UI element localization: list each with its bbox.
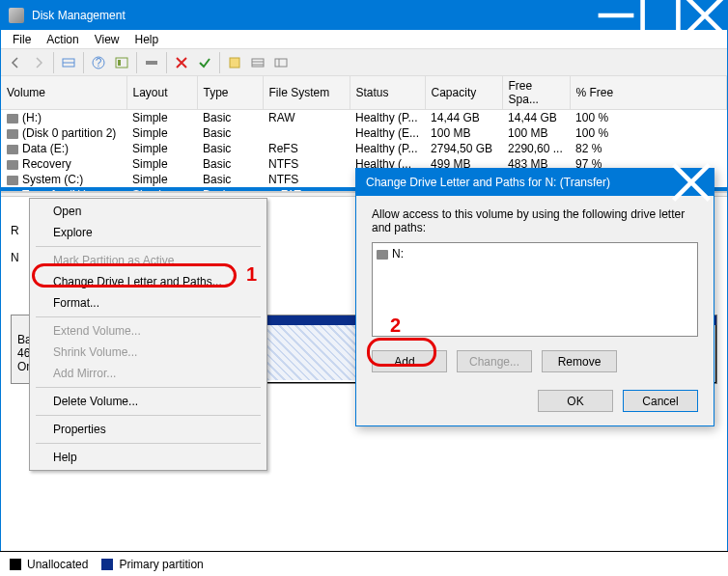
svg-rect-15 (275, 59, 287, 67)
drive-icon (7, 176, 18, 185)
cm-properties[interactable]: Properties (32, 419, 265, 440)
dialog-title: Change Drive Letter and Paths for N: (Tr… (356, 176, 669, 189)
help-icon[interactable]: ? (88, 52, 109, 73)
change-letter-dialog: Change Drive Letter and Paths for N: (Tr… (355, 168, 714, 426)
dialog-instruction: Allow access to this volume by using the… (372, 207, 698, 234)
new-icon[interactable] (224, 52, 245, 73)
cm-shrink: Shrink Volume... (32, 342, 265, 363)
table-row[interactable]: (Disk 0 partition 2)SimpleBasicHealthy (… (1, 125, 727, 141)
add-button[interactable]: Add... (372, 350, 447, 372)
col-volume[interactable]: Volume (1, 76, 126, 110)
svg-rect-11 (230, 58, 239, 68)
minimize-button[interactable] (594, 1, 638, 30)
menu-file[interactable]: File (5, 31, 39, 48)
window-title: Disk Management (32, 9, 594, 22)
forward-button[interactable] (28, 52, 49, 73)
obscured-row-r: R (11, 224, 19, 237)
menu-view[interactable]: View (87, 31, 127, 48)
toolbar: ? (1, 49, 727, 76)
svg-rect-9 (118, 60, 121, 66)
table-row[interactable]: (H:)SimpleBasicRAWHealthy (P...14,44 GB1… (1, 110, 727, 126)
properties-icon[interactable] (58, 52, 79, 73)
table-row[interactable]: Data (E:)SimpleBasicReFSHealthy (P...279… (1, 141, 727, 156)
col-fs[interactable]: File System (263, 76, 350, 110)
annotation-number-2: 2 (390, 315, 401, 337)
close-button[interactable] (683, 1, 727, 30)
cm-format[interactable]: Format... (32, 292, 265, 314)
cm-change-letter[interactable]: Change Drive Letter and Paths... (32, 271, 265, 292)
col-pct[interactable]: % Free (570, 76, 726, 110)
annotation-number-1: 1 (246, 263, 257, 286)
drive-icon (7, 145, 18, 154)
refresh-icon[interactable] (141, 52, 162, 73)
change-button: Change... (457, 350, 532, 372)
app-icon (9, 8, 24, 23)
drive-icon (377, 250, 388, 260)
svg-rect-8 (116, 58, 127, 68)
obscured-row-n: N (11, 251, 19, 264)
remove-button[interactable]: Remove (542, 350, 617, 372)
ok-button[interactable]: OK (538, 390, 613, 412)
dialog-path-list[interactable]: N: (372, 242, 698, 337)
check-icon[interactable] (194, 52, 215, 73)
legend-unallocated: Unallocated (10, 558, 88, 571)
settings-icon[interactable] (111, 52, 132, 73)
legend-primary: Primary partition (101, 558, 203, 571)
titlebar[interactable]: Disk Management (1, 1, 727, 30)
menu-help[interactable]: Help (127, 31, 167, 48)
cm-explore[interactable]: Explore (32, 222, 265, 243)
menubar: File Action View Help (1, 30, 727, 49)
context-menu: Open Explore Mark Partition as Active Ch… (29, 198, 267, 471)
cm-help[interactable]: Help (32, 447, 265, 468)
legend: Unallocated Primary partition (0, 551, 728, 576)
list-icon[interactable] (247, 52, 268, 73)
svg-text:?: ? (96, 56, 102, 69)
dialog-close-button[interactable] (669, 168, 714, 197)
svg-rect-12 (252, 59, 264, 67)
cancel-button[interactable]: Cancel (623, 390, 698, 412)
col-layout[interactable]: Layout (126, 76, 197, 110)
col-capacity[interactable]: Capacity (425, 76, 502, 110)
drive-icon (7, 160, 18, 170)
cm-open[interactable]: Open (32, 201, 265, 222)
cm-extend: Extend Volume... (32, 320, 265, 342)
col-free[interactable]: Free Spa... (502, 76, 570, 110)
delete-icon[interactable] (171, 52, 192, 73)
svg-rect-1 (643, 0, 679, 33)
back-button[interactable] (5, 52, 26, 73)
detail-icon[interactable] (270, 52, 292, 73)
cm-mark-active: Mark Partition as Active (32, 250, 265, 271)
menu-action[interactable]: Action (39, 31, 86, 48)
drive-icon (7, 114, 18, 123)
maximize-button[interactable] (638, 1, 683, 30)
svg-rect-10 (146, 61, 157, 65)
cm-mirror: Add Mirror... (32, 363, 265, 384)
cm-delete[interactable]: Delete Volume... (32, 391, 265, 412)
dialog-titlebar[interactable]: Change Drive Letter and Paths for N: (Tr… (356, 169, 714, 196)
drive-icon (7, 129, 18, 139)
col-status[interactable]: Status (350, 76, 425, 110)
col-type[interactable]: Type (197, 76, 263, 110)
list-item[interactable]: N: (377, 247, 693, 261)
